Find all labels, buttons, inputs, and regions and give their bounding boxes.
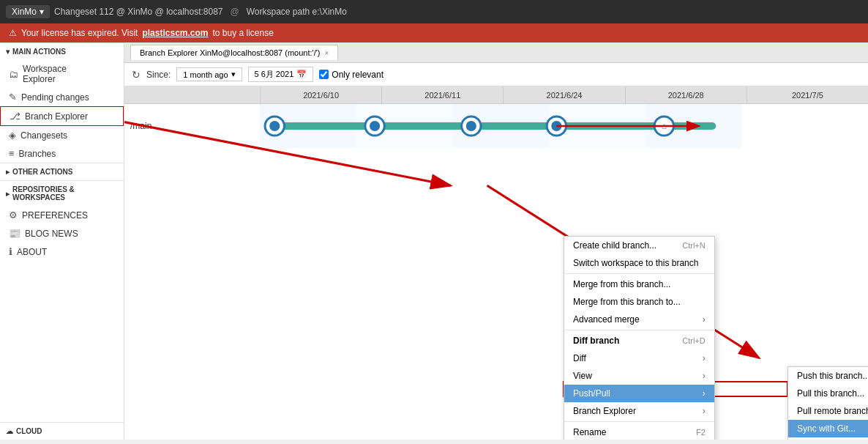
branch-icon: ⎇ (10, 111, 20, 122)
branch-explorer-menu-label: Branch Explorer (573, 406, 636, 416)
rename-shortcut: F2 (696, 428, 706, 437)
rename-label: Rename (573, 427, 606, 437)
sidebar-item-label: PREFERENCES (22, 210, 88, 221)
calendar-icon: 📅 (296, 70, 307, 79)
blog-icon: 📰 (9, 228, 20, 239)
only-relevant-label: Only relevant (332, 70, 384, 80)
tab-close-button[interactable]: × (324, 49, 329, 57)
since-label: Since: (146, 70, 171, 80)
sidebar-item-label: WorkspaceExplorer (23, 64, 67, 84)
date-picker[interactable]: 5 6月 2021 📅 (248, 67, 314, 82)
push-this-branch-item[interactable]: Push this branch... (788, 367, 868, 385)
repo-selector[interactable]: XinMo ▾ (6, 5, 50, 18)
pending-icon: ✎ (9, 92, 17, 103)
sidebar-item-workspace-explorer[interactable]: 🗂 WorkspaceExplorer (0, 60, 124, 88)
since-value: 1 month ago (183, 70, 228, 79)
divider-2 (564, 330, 714, 330)
diff-branch-label: Diff branch (573, 336, 619, 346)
topbar-changeset: Changeset 112 @ XinMo @ localhost:8087 (54, 7, 223, 17)
view-label: View (573, 371, 592, 381)
advanced-merge-item[interactable]: Advanced merge › (564, 311, 714, 328)
branch-explorer-tab[interactable]: Branch Explorer XinMo@localhost:8087 (mo… (130, 45, 338, 60)
collapse-icon: ▾ (6, 48, 10, 56)
pull-remote-branch-label: Pull remote branch... (797, 406, 868, 416)
other-actions-label: OTHER ACTIONS (12, 168, 72, 176)
merge-from-branch-to-item[interactable]: Merge from this branch to... (564, 293, 714, 311)
timeline-col-4: 2021/6/28 (625, 86, 747, 103)
sidebar-item-label: ABOUT (17, 247, 47, 257)
rename-item[interactable]: Rename F2 (564, 423, 714, 440)
repositories-header[interactable]: ▸ REPOSITORIES & WORKSPACES (0, 180, 124, 206)
merge-from-branch-label: Merge from this branch... (573, 279, 670, 289)
other-actions-header[interactable]: ▸ OTHER ACTIONS (0, 163, 124, 180)
sync-with-git-label: Sync with Git... (797, 423, 856, 434)
since-dropdown[interactable]: 1 month ago ▾ (176, 67, 242, 81)
advanced-merge-label: Advanced merge (573, 314, 640, 325)
big-arrow-svg (124, 104, 868, 440)
sidebar-item-label: Branches (19, 149, 56, 159)
view-item[interactable]: View › (564, 367, 714, 385)
about-icon: ℹ (9, 246, 12, 257)
license-link[interactable]: plasticscm.com (142, 28, 208, 38)
svg-point-9 (370, 121, 380, 131)
sidebar-item-branch-explorer[interactable]: ⎇ Branch Explorer (0, 106, 124, 126)
diff-item[interactable]: Diff › (564, 349, 714, 367)
branch-graph[interactable]: /main (124, 104, 868, 440)
sync-with-git-item[interactable]: Sync with Git... (788, 420, 868, 437)
timeline-col-5: 2021/7/5 (747, 86, 868, 103)
tab-bar: Branch Explorer XinMo@localhost:8087 (mo… (124, 42, 868, 63)
branch-toolbar: ↻ Since: 1 month ago ▾ 5 6月 2021 📅 Only … (124, 63, 868, 86)
diff-arrow: › (703, 353, 706, 363)
since-dropdown-arrow: ▾ (231, 70, 236, 79)
sidebar-item-label: Pending changes (21, 92, 89, 103)
refresh-button[interactable]: ↻ (132, 69, 141, 81)
branch-explorer-menu-item[interactable]: Branch Explorer › (564, 402, 714, 420)
timeline-col-2: 2021/6/11 (381, 86, 503, 103)
sidebar-item-branches[interactable]: ≡ Branches (0, 144, 124, 163)
timeline-header: 2021/6/10 2021/6/11 2021/6/24 2021/6/28 … (124, 86, 868, 104)
sidebar-item-pending-changes[interactable]: ✎ Pending changes (0, 88, 124, 106)
tab-label: Branch Explorer XinMo@localhost:8087 (mo… (140, 48, 320, 57)
sidebar: ▾ MAIN ACTIONS 🗂 WorkspaceExplorer ✎ Pen… (0, 42, 124, 440)
advanced-merge-arrow: › (703, 314, 706, 325)
create-replication-package-branch-item[interactable]: Create replication package from this bra… (788, 437, 868, 440)
workspace-icon: 🗂 (9, 69, 18, 80)
merge-from-branch-item[interactable]: Merge from this branch... (564, 275, 714, 293)
switch-workspace-item[interactable]: Switch workspace to this branch (564, 254, 714, 272)
branch-graph-svg: ⌂ (260, 104, 868, 148)
dropdown-icon: ▾ (40, 7, 44, 17)
push-pull-arrow: › (703, 388, 706, 399)
branch-explorer-menu-arrow: › (703, 406, 706, 416)
timeline-spacer (124, 86, 260, 103)
collapse-icon: ▸ (6, 190, 10, 198)
cloud-label: CLOUD (16, 427, 42, 435)
content-area: Branch Explorer XinMo@localhost:8087 (mo… (124, 42, 868, 440)
topbar: XinMo ▾ Changeset 112 @ XinMo @ localhos… (0, 0, 868, 23)
pull-remote-branch-item[interactable]: Pull remote branch... (788, 402, 868, 420)
sidebar-item-label: Branch Explorer (25, 111, 88, 122)
create-child-branch-shortcut: Ctrl+N (682, 241, 705, 250)
main-actions-header[interactable]: ▾ MAIN ACTIONS (0, 42, 124, 60)
pull-this-branch-label: Pull this branch... (797, 388, 864, 399)
push-this-branch-label: Push this branch... (797, 371, 868, 381)
only-relevant-input[interactable] (319, 70, 329, 79)
push-pull-item[interactable]: Push/Pull › (564, 385, 714, 402)
pull-this-branch-item[interactable]: Pull this branch... (788, 385, 868, 402)
diff-branch-item: Diff branch Ctrl+D (564, 332, 714, 349)
changesets-icon: ◈ (9, 130, 16, 141)
cloud-header[interactable]: ☁ CLOUD (0, 422, 124, 440)
preferences-icon: ⚙ (9, 210, 18, 221)
only-relevant-checkbox[interactable]: Only relevant (319, 70, 384, 80)
create-child-branch-item[interactable]: Create child branch... Ctrl+N (564, 237, 714, 254)
sidebar-item-about[interactable]: ℹ ABOUT (0, 243, 124, 261)
divider-3 (564, 421, 714, 422)
sidebar-item-changesets[interactable]: ◈ Changesets (0, 126, 124, 144)
timeline-col-1: 2021/6/10 (260, 86, 381, 103)
switch-workspace-label: Switch workspace to this branch (573, 258, 698, 268)
main-layout: ▾ MAIN ACTIONS 🗂 WorkspaceExplorer ✎ Pen… (0, 42, 868, 440)
sidebar-item-blog-news[interactable]: 📰 BLOG NEWS (0, 224, 124, 243)
branches-icon: ≡ (9, 148, 15, 159)
create-child-branch-label: Create child branch... (573, 240, 656, 251)
sidebar-item-label: BLOG NEWS (25, 229, 78, 239)
sidebar-item-preferences[interactable]: ⚙ PREFERENCES (0, 206, 124, 224)
